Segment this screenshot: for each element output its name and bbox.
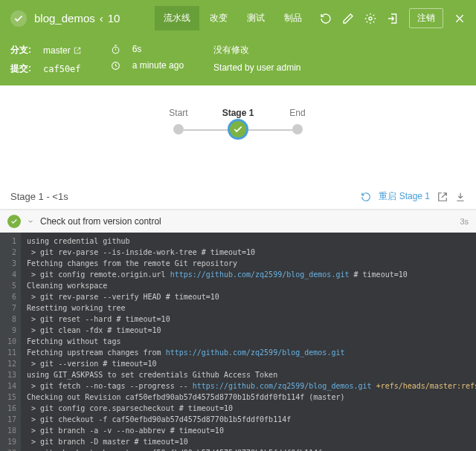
branch-label: 分支: — [10, 44, 31, 56]
logout-button[interactable]: 注销 — [409, 8, 443, 28]
edit-icon[interactable] — [342, 13, 354, 25]
chevron-left-icon: ‹ — [100, 12, 103, 25]
step-checkout: Check out from version control 3s 123456… — [0, 210, 476, 451]
stage-1-dot[interactable] — [228, 119, 248, 140]
open-external-icon[interactable] — [437, 192, 448, 202]
chevron-down-icon — [27, 218, 34, 225]
status-success-icon — [10, 10, 27, 27]
stage-start-label: Start — [169, 108, 187, 118]
goto-icon[interactable] — [387, 13, 399, 25]
build-number: 10 — [108, 12, 120, 25]
pipeline-header: blog_demos ‹ 10 流水线 改变 测试 制品 注销 分支: mast… — [0, 0, 476, 85]
time-ago: a minute ago — [132, 60, 184, 71]
step-checkout-title: Check out from version control — [40, 216, 454, 227]
close-icon[interactable] — [454, 13, 466, 25]
repo-name[interactable]: blog_demos — [34, 12, 95, 25]
step-checkout-header[interactable]: Check out from version control 3s — [0, 210, 476, 233]
success-icon — [7, 215, 21, 228]
stage-1-label: Stage 1 — [222, 108, 254, 118]
gear-icon[interactable] — [364, 13, 376, 25]
stage-title: Stage 1 - <1s — [10, 191, 68, 202]
download-icon[interactable] — [455, 192, 466, 202]
build-meta: 分支: master 提交: caf50ef 6s a minute ago — [0, 36, 476, 85]
restart-icon[interactable] — [361, 192, 371, 202]
stage-end-dot[interactable] — [292, 124, 303, 134]
branch-value[interactable]: master — [43, 45, 81, 56]
tab-tests[interactable]: 测试 — [238, 6, 274, 30]
console-checkout: 1234567891011121314151617181920212223242… — [0, 233, 476, 451]
tab-changes[interactable]: 改变 — [201, 6, 237, 30]
step-checkout-time: 3s — [460, 217, 469, 226]
stopwatch-icon — [111, 45, 120, 54]
duration: 6s — [132, 44, 142, 54]
commit-label: 提交: — [10, 62, 31, 75]
stage-graph: Start Stage 1 End — [0, 85, 476, 184]
page-title: blog_demos ‹ 10 — [34, 12, 155, 25]
stage-section-header: Stage 1 - <1s 重启 Stage 1 — [0, 184, 476, 210]
stage-end-label: End — [289, 108, 305, 118]
nav-tabs: 流水线 改变 测试 制品 — [155, 6, 311, 30]
clock-icon — [111, 61, 120, 71]
external-link-icon — [74, 47, 81, 54]
commit-hash[interactable]: caf50ef — [43, 64, 81, 74]
changes-text: 没有修改 — [213, 44, 300, 56]
tab-pipeline[interactable]: 流水线 — [155, 6, 199, 30]
restart-stage-link[interactable]: 重启 Stage 1 — [379, 190, 430, 203]
svg-point-0 — [369, 17, 372, 20]
started-by: Started by user admin — [213, 62, 300, 73]
stage-start-dot[interactable] — [173, 124, 184, 134]
rerun-icon[interactable] — [320, 13, 332, 25]
tab-artifacts[interactable]: 制品 — [275, 6, 311, 30]
